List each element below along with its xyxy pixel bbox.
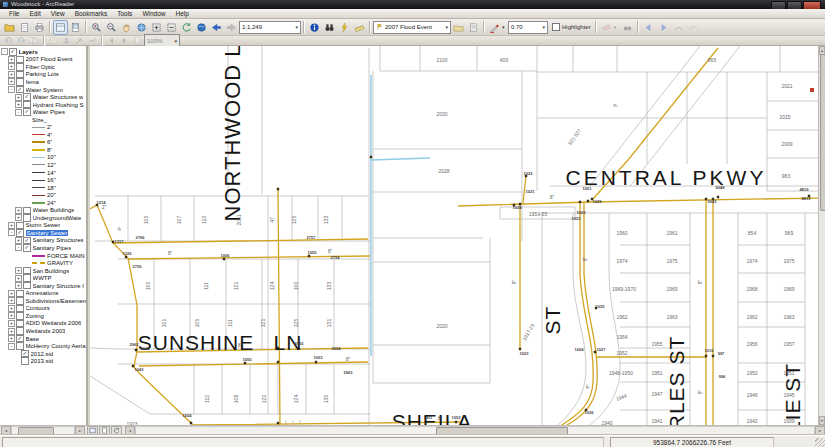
next-markup-icon[interactable] <box>656 20 671 35</box>
toc-item[interactable]: +✓Sanitary Structures <box>0 237 86 245</box>
toc-hscrollbar[interactable] <box>11 426 75 436</box>
toc-item[interactable]: +Annexations <box>0 290 86 298</box>
layer-checkbox[interactable] <box>16 71 24 79</box>
toc-item[interactable]: -✓Layers <box>0 48 86 56</box>
toc-item[interactable]: +Water Buildings <box>0 206 86 214</box>
map-properties-icon[interactable] <box>466 20 481 35</box>
menu-item[interactable]: File <box>4 9 24 18</box>
full-extent-icon[interactable] <box>134 20 149 35</box>
toc-item[interactable]: +UndergroundWate <box>0 214 86 222</box>
toc-item[interactable]: GRAVITY <box>0 259 86 267</box>
toc-item[interactable]: -✓Sanitary Sewer <box>0 229 86 237</box>
data-view-toggle-icon[interactable] <box>87 426 98 436</box>
title-bar[interactable]: Woodstock - ArcReader <box>0 0 825 9</box>
toc-item[interactable]: +fema <box>0 78 86 86</box>
expand-toggle-icon[interactable]: + <box>8 78 15 85</box>
zoom-out-icon[interactable] <box>104 20 119 35</box>
layout-view-icon[interactable] <box>68 20 83 35</box>
expand-toggle-icon[interactable]: - <box>8 343 15 350</box>
expand-toggle-icon[interactable]: + <box>8 328 15 335</box>
layer-checkbox[interactable]: ✓ <box>16 86 24 94</box>
map-scroll-left-icon[interactable]: ◂ <box>125 426 135 436</box>
toc-item[interactable]: +ADID Wetlands 2006 <box>0 320 86 328</box>
toc-scroll-right-icon[interactable]: ▸ <box>75 426 85 436</box>
zoom-in-icon[interactable] <box>89 20 104 35</box>
toc-item[interactable]: 14" <box>0 169 86 177</box>
resize-grip[interactable] <box>815 438 825 447</box>
toc-item[interactable]: 4" <box>0 131 86 139</box>
layer-checkbox[interactable] <box>16 320 24 328</box>
toc-item[interactable]: 24" <box>0 199 86 207</box>
toc-item[interactable]: 12" <box>0 161 86 169</box>
layer-checkbox[interactable] <box>16 327 24 335</box>
layer-checkbox[interactable]: ✓ <box>23 244 31 252</box>
eraser-caret-icon[interactable]: ▾ <box>614 24 620 30</box>
menu-item[interactable]: Edit <box>24 9 45 18</box>
menu-item[interactable]: Help <box>171 9 194 18</box>
expand-toggle-icon[interactable]: + <box>15 214 22 221</box>
data-view-icon[interactable] <box>53 20 68 35</box>
expand-toggle-icon[interactable]: + <box>8 71 15 78</box>
page-setup-icon[interactable] <box>17 20 32 35</box>
expand-toggle-icon[interactable]: + <box>8 335 15 342</box>
toc-item[interactable]: ✓2012.sid <box>0 350 86 358</box>
pen-width-combo[interactable]: 0.70▾ <box>508 21 548 34</box>
fixed-zoom-out-icon[interactable] <box>164 20 179 35</box>
map-canvas[interactable]: NORTHWOOD LNCENTRAL PKWYSUNSHINELNSHEILA… <box>90 46 818 425</box>
eraser-icon[interactable] <box>599 20 614 35</box>
back-arrow-icon[interactable] <box>209 20 224 35</box>
print-icon[interactable] <box>32 20 47 35</box>
expand-toggle-icon[interactable]: + <box>15 282 22 289</box>
fixed-zoom-in-icon[interactable] <box>149 20 164 35</box>
scale-combo[interactable]: 1:1,249▾ <box>239 21 301 34</box>
layer-checkbox[interactable]: ✓ <box>16 335 24 343</box>
hyperlink-icon[interactable] <box>337 20 352 35</box>
toc-item[interactable]: -✓Water Pipes <box>0 108 86 116</box>
toc-item[interactable]: +✓Base <box>0 335 86 343</box>
scroll-down-icon[interactable]: ▾ <box>819 416 825 425</box>
toc-item[interactable]: +Parking Lots <box>0 71 86 79</box>
expand-toggle-icon[interactable]: + <box>8 312 15 319</box>
layer-checkbox[interactable] <box>23 214 31 222</box>
published-map-combo[interactable]: 2007 Flood Event▾ <box>373 21 451 34</box>
layer-checkbox[interactable]: ✓ <box>21 350 29 358</box>
find-icon[interactable] <box>322 20 337 35</box>
layer-checkbox[interactable] <box>23 282 31 290</box>
clear-markup-icon[interactable] <box>671 20 686 35</box>
expand-toggle-icon[interactable]: - <box>8 86 15 93</box>
toc-item[interactable]: Size_ <box>0 116 86 124</box>
layer-checkbox[interactable] <box>16 312 24 320</box>
layer-checkbox[interactable]: ✓ <box>23 93 31 101</box>
expand-toggle-icon[interactable]: + <box>8 320 15 327</box>
layer-checkbox[interactable] <box>23 267 31 275</box>
layer-checkbox[interactable]: ✓ <box>23 237 31 245</box>
toc-item[interactable]: +Wetlands 2003 <box>0 327 86 335</box>
layer-checkbox[interactable] <box>16 342 24 350</box>
expand-toggle-icon[interactable]: + <box>15 275 22 282</box>
expand-toggle-icon[interactable]: + <box>15 207 22 214</box>
layer-checkbox[interactable] <box>23 274 31 282</box>
expand-toggle-icon[interactable]: + <box>8 305 15 312</box>
forward-arrow-icon[interactable] <box>224 20 239 35</box>
vscroll-thumb[interactable] <box>820 54 825 211</box>
expand-toggle-icon[interactable]: - <box>8 229 15 236</box>
expand-toggle-icon[interactable]: + <box>8 222 15 229</box>
open-file-icon[interactable] <box>2 20 17 35</box>
menu-item[interactable]: Window <box>137 9 170 18</box>
toc-item[interactable]: 20" <box>0 191 86 199</box>
open-published-map-icon[interactable] <box>451 20 466 35</box>
layer-checkbox[interactable] <box>23 101 31 109</box>
map-vscrollbar[interactable]: ▴ ▾ <box>818 46 825 425</box>
toc-item[interactable]: 2" <box>0 123 86 131</box>
refresh-view-icon[interactable] <box>111 426 122 436</box>
toc-item[interactable]: +San Buildings <box>0 267 86 275</box>
toc-item[interactable]: FORCE MAIN <box>0 252 86 260</box>
expand-toggle-icon[interactable]: + <box>15 101 22 108</box>
measure-icon[interactable] <box>352 20 367 35</box>
toc-item[interactable]: +Zoning <box>0 312 86 320</box>
find-markup-icon[interactable] <box>620 20 635 35</box>
map-viewport[interactable]: NORTHWOOD LNCENTRAL PKWYSUNSHINELNSHEILA… <box>90 46 818 425</box>
layer-checkbox[interactable]: ✓ <box>9 48 17 56</box>
expand-toggle-icon[interactable]: + <box>15 237 22 244</box>
toc-item[interactable]: 2013.sid <box>0 357 86 365</box>
